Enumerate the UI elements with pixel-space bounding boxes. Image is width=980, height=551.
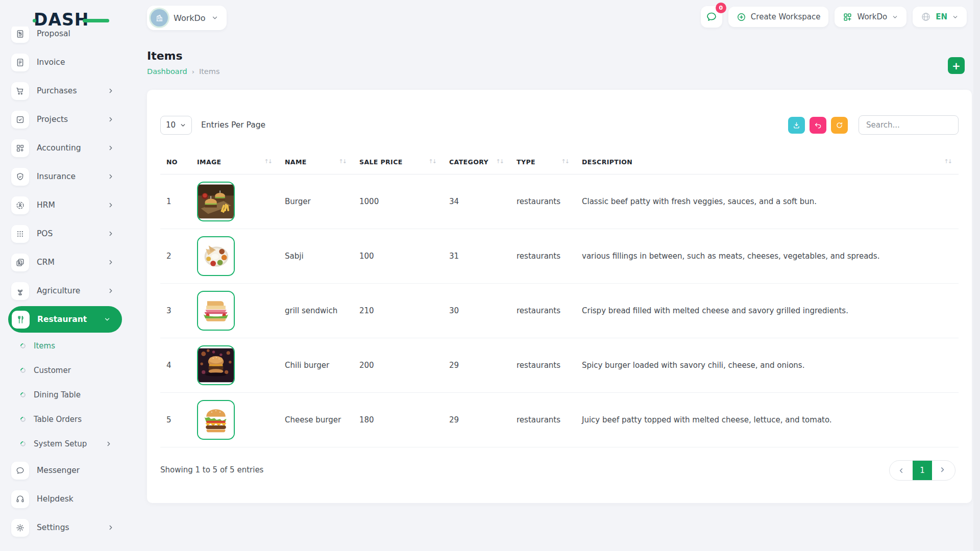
search-input[interactable] <box>859 115 959 135</box>
sort-icon[interactable]: ↑↓ <box>339 158 349 165</box>
sidebar-item-projects[interactable]: Projects <box>0 105 129 134</box>
cell-description: Juicy beef patty topped with melted chee… <box>576 393 959 447</box>
chevron-right-icon <box>107 144 114 152</box>
chevron-down-icon <box>952 14 959 20</box>
workspace-name: WorkDo <box>174 13 206 23</box>
copy-person-icon <box>11 254 29 271</box>
sidebar-subitem-table-orders[interactable]: Table Orders <box>0 407 129 432</box>
breadcrumb-dashboard-link[interactable]: Dashboard <box>147 67 187 76</box>
chevron-right-icon <box>105 440 112 447</box>
previous-page-button[interactable] <box>890 461 913 480</box>
column-header-sale-price[interactable]: SALE PRICE ↑↓ <box>353 149 443 174</box>
burger-platter-photo[interactable] <box>197 182 235 221</box>
cell-type: restaurants <box>510 338 576 393</box>
chevron-right-icon <box>107 87 114 94</box>
page-number-button[interactable]: 1 <box>913 461 932 480</box>
column-header-category[interactable]: CATEGORY ↑↓ <box>443 149 510 174</box>
cell-sale-price: 210 <box>353 284 443 338</box>
top-right-actions: 0 Create Workspace WorkDo EN <box>701 5 967 28</box>
notification-badge: 0 <box>716 3 726 13</box>
sidebar-item-restaurant[interactable]: Restaurant <box>8 306 122 333</box>
cell-type: restaurants <box>510 393 576 447</box>
column-header-image[interactable]: IMAGE ↑↓ <box>191 149 279 174</box>
grill-sandwich-photo[interactable] <box>197 291 235 331</box>
sidebar-item-messenger[interactable]: Messenger <box>0 456 129 485</box>
sidebar-item-purchases[interactable]: Purchases <box>0 77 129 105</box>
sidebar-subitem-system-setup[interactable]: System Setup <box>0 432 129 456</box>
cell-name: grill sendwich <box>279 284 353 338</box>
logo-green-bar <box>83 19 109 22</box>
cell-description: Classic beef patty with fresh veggies, s… <box>576 174 959 229</box>
cell-type: restaurants <box>510 284 576 338</box>
entries-per-page-value: 10 <box>166 120 176 130</box>
cell-category: 29 <box>443 393 510 447</box>
sidebar-item-accounting[interactable]: Accounting <box>0 134 129 162</box>
chevron-right-icon: › <box>192 68 194 76</box>
cell-name: Burger <box>279 174 353 229</box>
sabji-thali-photo[interactable] <box>197 236 235 276</box>
sort-icon[interactable]: ↑↓ <box>496 158 506 165</box>
sidebar-item-pos[interactable]: POS <box>0 219 129 248</box>
sidebar-item-agriculture[interactable]: Agriculture <box>0 277 129 305</box>
column-header-name[interactable]: NAME ↑↓ <box>279 149 353 174</box>
column-header-type[interactable]: TYPE ↑↓ <box>510 149 576 174</box>
cart-icon <box>11 82 29 100</box>
sidebar-subitem-dining-table[interactable]: Dining Table <box>0 383 129 407</box>
scrollbar-track[interactable] <box>973 0 980 551</box>
sidebar-item-insurance[interactable]: Insurance <box>0 162 129 191</box>
gear-icon <box>11 519 29 537</box>
cell-no: 2 <box>160 229 191 284</box>
column-header-description[interactable]: DESCRIPTION ↑↓ <box>576 149 959 174</box>
create-workspace-button[interactable]: Create Workspace <box>728 7 829 27</box>
entries-per-page-label: Entries Per Page <box>201 120 265 130</box>
sidebar-subitem-customer[interactable]: Customer <box>0 358 129 383</box>
language-selector[interactable]: EN <box>913 7 967 27</box>
refresh-button[interactable] <box>831 117 848 134</box>
cheese-burger-photo[interactable] <box>197 400 235 440</box>
cell-no: 5 <box>160 393 191 447</box>
sidebar-item-hrm[interactable]: HRM <box>0 191 129 219</box>
table-body: 1 Burger 1000 34 restaurants Classic bee… <box>160 174 959 447</box>
export-download-button[interactable] <box>788 117 805 134</box>
bullet-icon <box>19 367 27 374</box>
bullet-icon <box>19 342 27 349</box>
entries-per-page-select[interactable]: 10 <box>160 116 192 135</box>
language-code: EN <box>936 12 947 21</box>
chevron-right-icon <box>107 116 114 123</box>
next-page-button[interactable] <box>932 461 955 480</box>
sort-icon[interactable]: ↑↓ <box>561 158 572 165</box>
shield-icon <box>11 168 29 186</box>
messages-button[interactable]: 0 <box>701 6 722 28</box>
chevron-right-icon <box>107 202 114 209</box>
add-item-button[interactable]: + <box>948 57 965 74</box>
cell-no: 4 <box>160 338 191 393</box>
table-row: 1 Burger 1000 34 restaurants Classic bee… <box>160 174 959 229</box>
entries-summary: Showing 1 to 5 of 5 entries <box>160 465 263 474</box>
sidebar-item-crm[interactable]: CRM <box>0 248 129 277</box>
refresh-icon <box>835 121 844 130</box>
headset-icon <box>11 490 29 508</box>
cell-description: Spicy burger loaded with savory chili, c… <box>576 338 959 393</box>
undo-button[interactable] <box>810 117 826 134</box>
cell-type: restaurants <box>510 174 576 229</box>
plant-icon <box>11 282 29 300</box>
workdo-menu[interactable]: WorkDo <box>835 7 906 27</box>
sidebar-item-helpdesk[interactable]: Helpdesk <box>0 485 129 513</box>
chevron-right-icon <box>107 173 114 180</box>
download-icon <box>792 121 801 130</box>
sidebar-item-proposal[interactable]: Proposal <box>0 27 129 48</box>
chevron-right-icon <box>940 467 947 474</box>
workspace-selector[interactable]: WorkDo <box>147 6 227 30</box>
sort-icon[interactable]: ↑↓ <box>264 158 275 165</box>
chili-burger-photo[interactable] <box>197 345 235 385</box>
chevron-down-icon <box>104 316 111 323</box>
sidebar-subitem-items[interactable]: Items <box>0 334 129 358</box>
chevron-down-icon <box>180 122 186 129</box>
plus-circle-icon <box>737 12 746 22</box>
sidebar-item-invoice[interactable]: Invoice <box>0 48 129 77</box>
sidebar-item-settings[interactable]: Settings <box>0 513 129 542</box>
sort-icon[interactable]: ↑↓ <box>429 158 439 165</box>
app-logo[interactable]: DASH <box>34 11 100 29</box>
cell-sale-price: 1000 <box>353 174 443 229</box>
sort-icon[interactable]: ↑↓ <box>944 158 954 165</box>
